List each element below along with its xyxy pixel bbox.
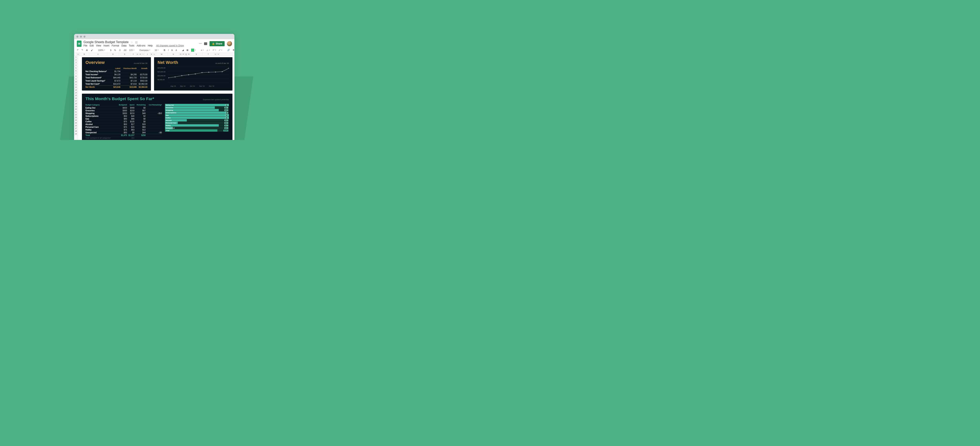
col-header-A[interactable]: A [77, 53, 80, 56]
menu-tools[interactable]: Tools [129, 44, 134, 47]
col-header-corner[interactable] [74, 53, 77, 56]
row-header-26[interactable]: 26 [74, 124, 78, 127]
menu-format[interactable]: Format [112, 44, 119, 47]
row-header-10[interactable]: 10 [74, 80, 78, 83]
valign-button[interactable]: ⊥ [205, 48, 211, 52]
row-header-22[interactable]: 22 [74, 113, 78, 116]
link-button[interactable]: 🔗 [226, 48, 231, 52]
wrap-button[interactable]: ↵ [212, 48, 217, 52]
currency-button[interactable]: $ [109, 49, 112, 52]
row-header-28[interactable]: 28 [74, 130, 78, 132]
row-header-12[interactable]: 12 [74, 86, 78, 89]
user-avatar[interactable] [227, 41, 232, 46]
menu-help[interactable]: Help [148, 44, 153, 47]
zoom-select[interactable]: 100% [97, 49, 106, 52]
folder-icon[interactable]: ▤ [135, 41, 138, 44]
activity-icon[interactable]: 〰 [199, 42, 202, 45]
font-select[interactable]: Overpass [138, 49, 150, 52]
col-header-M[interactable]: M [156, 53, 167, 56]
menu-view[interactable]: View [96, 44, 101, 47]
col-header-C[interactable]: C [89, 53, 107, 56]
col-header-K[interactable]: K [150, 53, 153, 56]
sheet-canvas[interactable]: Overview As end of Jan '20 LatestPreviou… [78, 56, 234, 140]
col-header-N[interactable]: N [167, 53, 179, 56]
col-header-F[interactable]: F [131, 53, 136, 56]
col-header-E[interactable]: E [119, 53, 131, 56]
row-header-5[interactable]: 5 [74, 67, 78, 69]
row-header-25[interactable]: 25 [74, 122, 78, 124]
bold-button[interactable]: B [163, 49, 166, 52]
document-title[interactable]: Google Sheets Budget Template [83, 40, 129, 44]
share-button[interactable]: 🔒 Share [210, 41, 224, 46]
halign-button[interactable]: ≡ [200, 49, 204, 52]
rotate-button[interactable]: ⤢ [218, 48, 223, 52]
row-header-21[interactable]: 21 [74, 111, 78, 113]
row-header-13[interactable]: 13 [74, 89, 78, 91]
col-header-T[interactable]: T [202, 53, 214, 56]
print-button[interactable]: 🖶 [85, 49, 89, 52]
menu-insert[interactable]: Insert [103, 44, 109, 47]
row-header-23[interactable]: 23 [74, 116, 78, 119]
percent-button[interactable]: % [113, 49, 117, 52]
more-formats-button[interactable]: 123 [128, 49, 135, 52]
row-header-24[interactable]: 24 [74, 119, 78, 122]
traffic-light-minimize[interactable] [80, 36, 82, 38]
row-header-14[interactable]: 14 [74, 91, 78, 94]
undo-button[interactable]: ↶ [76, 48, 80, 52]
col-header-L[interactable]: L [153, 53, 156, 56]
menu-data[interactable]: Data [121, 44, 126, 47]
col-header-R[interactable]: R [188, 53, 190, 56]
row-header-2[interactable]: 2 [74, 59, 78, 61]
row-header-4[interactable]: 4 [74, 64, 78, 67]
col-header-U[interactable]: U [214, 53, 217, 56]
col-header-V[interactable]: V [217, 53, 220, 56]
traffic-light-zoom[interactable] [83, 36, 86, 38]
menu-edit[interactable]: Edit [89, 44, 94, 47]
col-header-J[interactable]: J [145, 53, 150, 56]
col-header-B[interactable]: B [80, 53, 89, 56]
font-size-select[interactable]: 10 [154, 49, 159, 52]
comments-icon[interactable] [204, 42, 207, 45]
row-header-29[interactable]: 29 [74, 132, 78, 135]
col-header-D[interactable]: D [107, 53, 119, 56]
row-header-7[interactable]: 7 [74, 72, 78, 75]
row-header-27[interactable]: 27 [74, 127, 78, 130]
row-headers[interactable]: 1234567891011121314151617181920212223242… [74, 56, 78, 140]
row-header-3[interactable]: 3 [74, 61, 78, 64]
redo-button[interactable]: ↷ [81, 48, 84, 52]
strike-button[interactable]: S [170, 49, 173, 52]
row-header-17[interactable]: 17 [74, 100, 78, 102]
decrease-decimal-button[interactable]: .0 [118, 49, 121, 52]
merge-button[interactable] [190, 48, 197, 52]
comment-button[interactable]: ✚ [232, 48, 234, 52]
row-header-11[interactable]: 11 [74, 83, 78, 86]
row-header-8[interactable]: 8 [74, 75, 78, 78]
paint-format-button[interactable]: 🖌 [90, 49, 94, 52]
column-headers[interactable]: ABCDEFGHIJKLMNOPQRSTUV [74, 53, 234, 56]
col-header-I[interactable]: I [142, 53, 145, 56]
italic-button[interactable]: I [167, 49, 169, 52]
col-header-P[interactable]: P [182, 53, 185, 56]
borders-button[interactable]: ▦ [186, 48, 189, 52]
col-header-H[interactable]: H [139, 53, 142, 56]
row-header-16[interactable]: 16 [74, 97, 78, 100]
menu-addons[interactable]: Add-ons [137, 44, 145, 47]
col-header-S[interactable]: S [190, 53, 202, 56]
row-header-18[interactable]: 18 [74, 102, 78, 105]
row-header-15[interactable]: 15 [74, 94, 78, 97]
row-header-1[interactable]: 1 [74, 56, 78, 59]
text-color-button[interactable]: A [175, 49, 178, 52]
row-header-20[interactable]: 20 [74, 108, 78, 111]
fill-color-button[interactable]: ◢ [181, 48, 185, 52]
row-header-9[interactable]: 9 [74, 78, 78, 80]
save-status[interactable]: All changes saved in Drive [156, 44, 184, 47]
row-header-19[interactable]: 19 [74, 105, 78, 108]
star-icon[interactable]: ☆ [130, 41, 133, 44]
increase-decimal-button[interactable]: .00 [123, 49, 127, 52]
col-header-G[interactable]: G [136, 53, 139, 56]
sheets-logo-icon[interactable] [77, 41, 81, 47]
col-header-O[interactable]: O [179, 53, 182, 56]
col-header-Q[interactable]: Q [185, 53, 188, 56]
menu-file[interactable]: File [83, 44, 87, 47]
traffic-light-close[interactable] [76, 36, 78, 38]
